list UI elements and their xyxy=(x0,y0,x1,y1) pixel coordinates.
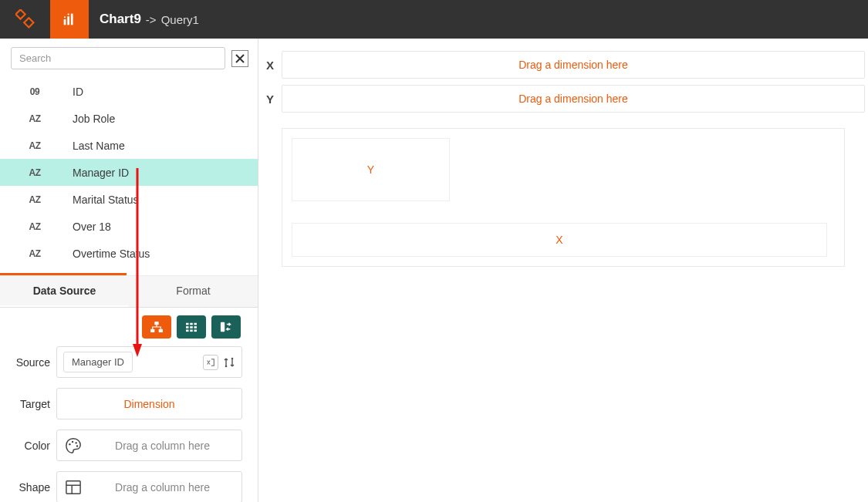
table-button[interactable] xyxy=(177,315,206,339)
sidebar: 09 ID AZ Job Role AZ Last Name AZ Manage… xyxy=(0,39,258,502)
field-item-last-name[interactable]: AZ Last Name xyxy=(0,132,258,159)
field-name: Overtime Status xyxy=(46,248,150,260)
svg-point-23 xyxy=(72,440,73,442)
field-type-badge: AZ xyxy=(25,167,45,178)
search-input[interactable] xyxy=(11,47,225,69)
source-value: Manager ID xyxy=(72,356,124,368)
svg-rect-8 xyxy=(150,329,154,332)
preview-y-zone[interactable]: Y xyxy=(292,138,450,201)
tab-format[interactable]: Format xyxy=(129,276,258,307)
preview-y-label: Y xyxy=(367,163,374,176)
chart-mode-icon[interactable] xyxy=(50,0,89,39)
field-name: Last Name xyxy=(46,140,125,152)
x-axis-placeholder: Drag a dimension here xyxy=(518,59,628,71)
svg-rect-19 xyxy=(221,322,225,332)
y-axis-label: Y xyxy=(258,93,282,106)
chart-name: Chart9 xyxy=(100,12,141,27)
svg-rect-11 xyxy=(190,323,193,325)
svg-rect-9 xyxy=(159,329,163,332)
x-axis-label: X xyxy=(258,59,282,72)
field-list[interactable]: 09 ID AZ Job Role AZ Last Name AZ Manage… xyxy=(0,78,258,273)
shape-placeholder: Drag a column here xyxy=(90,481,235,494)
y-axis-placeholder: Drag a dimension here xyxy=(518,93,628,105)
preview-x-zone[interactable]: X xyxy=(292,223,827,257)
source-field[interactable]: Manager ID xyxy=(56,346,242,378)
field-name: Marital Status xyxy=(46,194,139,206)
field-type-badge: AZ xyxy=(25,113,45,124)
field-type-badge: 09 xyxy=(25,86,45,97)
svg-rect-0 xyxy=(15,9,25,19)
svg-point-24 xyxy=(75,442,76,443)
svg-rect-12 xyxy=(194,323,198,325)
field-item-manager-id[interactable]: AZ Manager ID xyxy=(0,159,258,186)
field-name: Over 18 xyxy=(46,221,111,233)
sort-icon[interactable] xyxy=(223,356,235,369)
svg-point-5 xyxy=(64,16,66,18)
svg-rect-3 xyxy=(67,16,69,25)
hierarchy-button[interactable] xyxy=(142,315,171,339)
field-item-id[interactable]: 09 ID xyxy=(0,78,258,105)
field-name: Job Role xyxy=(46,113,115,125)
svg-rect-18 xyxy=(194,330,198,332)
field-item-job-role[interactable]: AZ Job Role xyxy=(0,105,258,132)
source-chip[interactable]: Manager ID xyxy=(63,352,133,372)
svg-rect-26 xyxy=(66,480,80,493)
svg-rect-16 xyxy=(186,330,189,332)
palette-icon xyxy=(63,436,83,456)
field-type-badge: AZ xyxy=(25,221,45,232)
svg-rect-15 xyxy=(194,326,198,328)
shape-dropzone[interactable]: Drag a column here xyxy=(56,471,242,502)
field-name: Manager ID xyxy=(46,167,129,179)
svg-rect-14 xyxy=(190,326,193,328)
svg-point-25 xyxy=(76,445,78,446)
breadcrumb-arrow: -> xyxy=(146,13,157,26)
field-type-badge: AZ xyxy=(25,194,45,205)
query-name: Query1 xyxy=(161,13,199,26)
svg-point-22 xyxy=(69,443,70,444)
svg-rect-13 xyxy=(186,326,189,328)
shape-label: Shape xyxy=(0,481,56,494)
field-item-overtime-status[interactable]: AZ Overtime Status xyxy=(0,240,258,267)
field-item-over-18[interactable]: AZ Over 18 xyxy=(0,213,258,240)
field-type-badge: AZ xyxy=(25,140,45,151)
x-axis-dropzone[interactable]: Drag a dimension here xyxy=(282,51,865,79)
target-placeholder: Dimension xyxy=(123,398,174,410)
layout-icon xyxy=(63,477,83,497)
fx-icon[interactable] xyxy=(203,355,218,370)
preview-x-label: X xyxy=(556,234,562,246)
svg-rect-1 xyxy=(24,18,33,27)
field-type-badge: AZ xyxy=(25,248,45,259)
svg-rect-7 xyxy=(154,322,158,325)
panel-button[interactable] xyxy=(211,315,241,339)
field-name: ID xyxy=(46,86,83,98)
source-label: Source xyxy=(0,356,56,369)
breadcrumb: Chart9 -> Query1 xyxy=(89,12,199,27)
data-source-toolbar xyxy=(0,308,258,346)
color-label: Color xyxy=(0,440,56,452)
svg-point-20 xyxy=(225,365,228,367)
svg-point-21 xyxy=(231,357,234,359)
y-axis-dropzone[interactable]: Drag a dimension here xyxy=(282,85,865,113)
field-item-marital-status[interactable]: AZ Marital Status xyxy=(0,186,258,213)
target-label: Target xyxy=(0,398,56,410)
chart-canvas-area: X Drag a dimension here Y Drag a dimensi… xyxy=(258,39,868,502)
svg-rect-17 xyxy=(190,330,193,332)
svg-rect-10 xyxy=(186,323,189,325)
clear-search-button[interactable] xyxy=(231,50,248,67)
chart-preview: Y X xyxy=(282,128,845,267)
topbar: Chart9 -> Query1 xyxy=(0,0,868,39)
app-logo-icon[interactable] xyxy=(0,0,50,39)
target-dropzone[interactable]: Dimension xyxy=(56,388,242,419)
sidebar-tabs: Data Source Format xyxy=(0,275,258,308)
svg-rect-4 xyxy=(71,14,73,25)
color-placeholder: Drag a column here xyxy=(90,440,235,452)
tab-data-source[interactable]: Data Source xyxy=(0,276,129,307)
svg-point-6 xyxy=(68,13,69,15)
binding-form: Source Manager ID Tar xyxy=(0,346,258,502)
svg-rect-2 xyxy=(64,19,66,25)
color-dropzone[interactable]: Drag a column here xyxy=(56,430,242,461)
